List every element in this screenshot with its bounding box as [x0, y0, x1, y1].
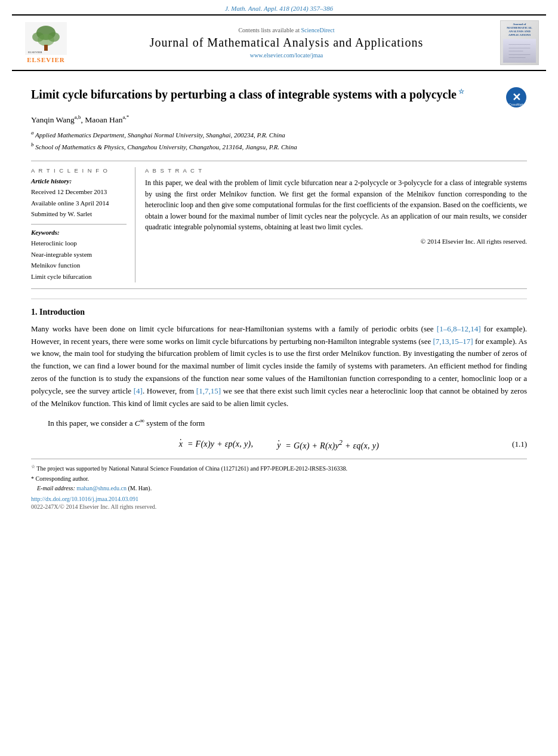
keywords-list: Heteroclinic loop Near-integrable system… — [31, 238, 127, 282]
footer-divider — [31, 459, 527, 459]
star-footnote: ☆ The project was supported by National … — [31, 463, 527, 474]
history-items: Received 12 December 2013 Available onli… — [31, 186, 127, 220]
author2-name: Maoan Han — [85, 115, 122, 124]
history-item-2: Submitted by W. Sarlet — [31, 208, 127, 220]
equation-content: · x = F(x)y + εp(x, y), · y = G(x) + R(x… — [179, 439, 379, 451]
corresponding-text: * Corresponding author. — [31, 475, 89, 482]
svg-text:ELSEVIER: ELSEVIER — [28, 51, 42, 54]
affiliations: a Applied Mathematics Department, Shangh… — [31, 128, 527, 153]
article-info-heading: A R T I C L E I N F O — [31, 167, 127, 174]
corresponding-footnote: * Corresponding author. — [31, 474, 527, 484]
keywords-label: Keywords: — [31, 229, 127, 236]
journal-reference-bar: J. Math. Anal. Appl. 418 (2014) 357–386 — [0, 0, 558, 14]
ref-link-2[interactable]: [7,13,15–17] — [433, 337, 473, 346]
crossmark-badge: ✕ CrossMark — [505, 87, 527, 108]
email-link[interactable]: mahan@shnu.edu.cn — [76, 485, 127, 491]
eq-lhs1: · x = F(x)y + εp(x, y), — [179, 440, 253, 449]
history-label: Article history: — [31, 177, 127, 185]
abstract-panel: A B S T R A C T In this paper, we deal w… — [135, 167, 527, 282]
star-note-text: The project was supported by National Na… — [36, 466, 347, 472]
section-divider — [31, 299, 527, 299]
elsevier-logo: ELSEVIER ELSEVIER — [19, 22, 73, 63]
copyright-line: © 2014 Elsevier Inc. All rights reserved… — [145, 238, 527, 245]
journal-ref-text: J. Math. Anal. Appl. 418 (2014) 357–386 — [225, 5, 333, 12]
keyword-2: Melnikov function — [31, 260, 127, 271]
eq-lhs2: · y = G(x) + R(x)y2 + εq(x, y) — [277, 439, 379, 451]
journal-center-info: Contents lists available at ScienceDirec… — [73, 27, 500, 59]
section1-number: 1. — [31, 308, 38, 316]
paper-title: Limit cycle bifurcations by perturbing a… — [31, 87, 505, 102]
history-item-0: Received 12 December 2013 — [31, 186, 127, 198]
main-content: Limit cycle bifurcations by perturbing a… — [0, 71, 558, 522]
info-abstract-section: A R T I C L E I N F O Article history: R… — [31, 161, 527, 289]
abstract-heading: A B S T R A C T — [145, 167, 527, 174]
title-star: ☆ — [457, 88, 464, 95]
author2-sup: a,* — [123, 114, 130, 120]
footer-notes: ☆ The project was supported by National … — [31, 463, 527, 493]
elsevier-tree-icon: ELSEVIER — [25, 22, 67, 55]
journal-url: www.elsevier.com/locate/jmaa — [73, 52, 500, 59]
history-item-1: Available online 3 April 2014 — [31, 198, 127, 209]
email-label: E-mail address: — [37, 485, 75, 491]
aff-a-text: Applied Mathematics Department, Shanghai… — [35, 131, 285, 138]
svg-rect-5 — [44, 45, 48, 51]
doi-link[interactable]: http://dx.doi.org/10.1016/j.jmaa.2014.03… — [31, 496, 138, 502]
keyword-3: Limit cycle bifurcation — [31, 271, 127, 282]
intro-paragraph-1: Many works have been done on limit cycle… — [31, 323, 527, 410]
paper-title-section: Limit cycle bifurcations by perturbing a… — [31, 87, 527, 108]
author1-name: Yanqin Wang — [31, 115, 75, 124]
author1-sup: a,b — [75, 114, 81, 120]
email-who: (M. Han). — [128, 485, 152, 491]
footer-issn: 0022-247X/© 2014 Elsevier Inc. All right… — [31, 503, 527, 510]
abstract-text: In this paper, we deal with the problem … — [145, 177, 527, 233]
aff-b-text: School of Mathematics & Physics, Changzh… — [35, 143, 297, 150]
contents-label: Contents lists available at — [238, 27, 299, 33]
equation-number-1-1: (1.1) — [512, 440, 527, 449]
article-info-panel: A R T I C L E I N F O Article history: R… — [31, 167, 135, 282]
ref-link-4[interactable]: [1,7,15] — [196, 386, 221, 395]
section1-title: Introduction — [39, 308, 85, 316]
info-divider — [31, 224, 127, 225]
elsevier-brand-text: ELSEVIER — [27, 56, 65, 63]
page: J. Math. Anal. Appl. 418 (2014) 357–386 … — [0, 0, 558, 756]
thumb-title: Journal ofMATHEMATICALANALYSIS ANDAPPLIC… — [507, 23, 532, 37]
aff-b-letter: b — [31, 142, 34, 147]
aff-a-letter: a — [31, 130, 34, 136]
authors-line: Yanqin Wanga,b, Maoan Hana,* — [31, 114, 527, 125]
footer-doi: http://dx.doi.org/10.1016/j.jmaa.2014.03… — [31, 496, 527, 502]
ref-link-1[interactable]: [1–6,8–12,14] — [437, 324, 481, 333]
journal-title: Journal of Mathematical Analysis and App… — [73, 36, 500, 50]
intro-paragraph-2: In this paper, we consider a C∞ system o… — [31, 416, 527, 430]
journal-thumbnail: Journal ofMATHEMATICALANALYSIS ANDAPPLIC… — [500, 20, 539, 65]
sciencedirect-link: Contents lists available at ScienceDirec… — [73, 27, 500, 33]
keyword-0: Heteroclinic loop — [31, 238, 127, 249]
svg-text:✕: ✕ — [512, 91, 521, 103]
svg-text:CrossMark: CrossMark — [509, 103, 524, 106]
sciencedirect-text[interactable]: ScienceDirect — [301, 27, 334, 33]
svg-point-4 — [38, 34, 54, 46]
keyword-1: Near-integrable system — [31, 249, 127, 260]
ref-link-3[interactable]: [4] — [134, 386, 143, 395]
journal-header: ELSEVIER ELSEVIER Contents lists availab… — [12, 14, 546, 71]
star-sup: ☆ — [31, 464, 35, 469]
email-footnote: E-mail address: mahan@shnu.edu.cn (M. Ha… — [31, 484, 527, 493]
equation-1-1: · x = F(x)y + εp(x, y), · y = G(x) + R(x… — [31, 439, 527, 451]
section1-heading: 1. Introduction — [31, 308, 527, 317]
